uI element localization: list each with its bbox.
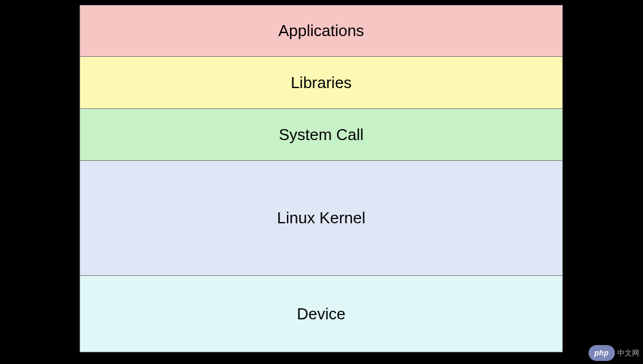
layer-device: Device (80, 276, 563, 352)
layer-label: Linux Kernel (277, 209, 366, 228)
php-logo-icon: php (589, 345, 615, 361)
layer-label: System Call (279, 125, 364, 144)
layer-linux-kernel: Linux Kernel (80, 161, 563, 276)
architecture-stack-diagram: Applications Libraries System Call Linux… (80, 5, 563, 352)
layer-applications: Applications (80, 5, 563, 57)
layer-libraries: Libraries (80, 57, 563, 109)
layer-label: Applications (278, 21, 364, 40)
watermark: php 中文网 (589, 344, 640, 362)
layer-label: Libraries (291, 73, 352, 92)
watermark-text: 中文网 (617, 348, 639, 358)
layer-system-call: System Call (80, 109, 563, 161)
layer-label: Device (297, 305, 345, 324)
